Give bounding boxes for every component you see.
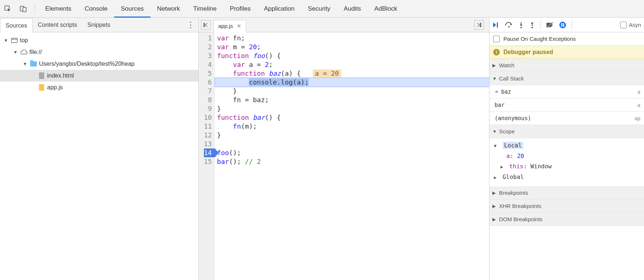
deactivate-breakpoints-icon[interactable] bbox=[546, 22, 554, 28]
line-gutter: 123456789101112131415 bbox=[199, 32, 215, 280]
code-line[interactable]: function foo() { bbox=[215, 51, 489, 60]
step-out-icon[interactable] bbox=[529, 21, 535, 29]
navigator-subtabs: SourcesContent scriptsSnippets ⋮ bbox=[0, 18, 198, 32]
code-line[interactable]: foo(); bbox=[215, 148, 489, 157]
tab-application[interactable]: Application bbox=[257, 0, 301, 18]
section-callstack[interactable]: ▼ Call Stack bbox=[489, 72, 644, 85]
code-line[interactable]: bar(); // 2 bbox=[215, 157, 489, 166]
async-label: Asyn bbox=[629, 22, 641, 28]
global-label: Global bbox=[503, 173, 524, 180]
tab-timeline[interactable]: Timeline bbox=[187, 0, 223, 18]
scope-global[interactable]: ▶ Global bbox=[494, 172, 642, 183]
scope-this[interactable]: ▶ this: Window bbox=[494, 161, 642, 172]
code-line[interactable]: console.log(a); bbox=[215, 78, 489, 87]
tab-sources[interactable]: Sources bbox=[114, 0, 150, 18]
code-line[interactable]: function bar() { bbox=[215, 113, 489, 122]
file-tab[interactable]: app.js ✕ bbox=[213, 20, 246, 32]
subtab-sources[interactable]: Sources bbox=[0, 18, 33, 33]
callstack-frame[interactable]: (anonymous)ap bbox=[489, 112, 644, 125]
pause-exceptions-icon[interactable] bbox=[559, 21, 566, 29]
subtab-content-scripts[interactable]: Content scripts bbox=[33, 18, 82, 32]
code-editor[interactable]: 123456789101112131415 var fn;var m = 20;… bbox=[199, 32, 489, 280]
scope-local[interactable]: ▼ Local bbox=[494, 140, 642, 151]
inspect-icon[interactable] bbox=[1, 3, 14, 15]
scope-body: ▼ Local a: 20 ▶ this: Window ▶ Global bbox=[489, 138, 644, 186]
tree-folder[interactable]: ▼ Users/yangbo/Desktop/test%20heap bbox=[0, 58, 198, 70]
tab-profiles[interactable]: Profiles bbox=[223, 0, 258, 18]
code-line[interactable]: } bbox=[215, 131, 489, 140]
async-checkbox[interactable]: Asyn bbox=[620, 22, 641, 28]
nav-right-icon[interactable] bbox=[474, 20, 484, 30]
chevron-down-icon: ▼ bbox=[492, 129, 498, 134]
info-icon: i bbox=[493, 49, 500, 55]
section-scope[interactable]: ▼ Scope bbox=[489, 125, 644, 138]
tree-folder-label: Users/yangbo/Desktop/test%20heap bbox=[39, 61, 135, 67]
code-line[interactable]: function baz(a) { a = 20 bbox=[215, 69, 489, 78]
file-icon bbox=[38, 84, 46, 91]
svg-rect-5 bbox=[204, 23, 205, 27]
editor-pane: app.js ✕ 123456789101112131415 var fn;va… bbox=[199, 18, 489, 280]
tree-file[interactable]: app.js bbox=[0, 82, 198, 93]
dom-label: DOM Breakpoints bbox=[499, 216, 542, 222]
tree-top[interactable]: ▼ top bbox=[0, 35, 198, 46]
section-xhr-breakpoints[interactable]: ▶ XHR Breakpoints bbox=[489, 200, 644, 213]
tab-security[interactable]: Security bbox=[301, 0, 337, 18]
step-over-icon[interactable] bbox=[505, 22, 513, 28]
scope-variable[interactable]: a: 20 bbox=[506, 151, 642, 161]
breakpoints-label: Breakpoints bbox=[499, 190, 528, 196]
inline-value: a = 20 bbox=[313, 69, 341, 77]
tab-console[interactable]: Console bbox=[78, 0, 114, 18]
pause-caught-label: Pause On Caught Exceptions bbox=[503, 36, 576, 42]
code-line[interactable]: var m = 20; bbox=[215, 43, 489, 51]
callstack-frame[interactable]: baza bbox=[489, 85, 644, 98]
code-line[interactable] bbox=[215, 140, 489, 148]
svg-point-15 bbox=[559, 22, 566, 28]
chevron-right-icon: ▶ bbox=[492, 217, 498, 222]
code-line[interactable]: var a = 2; bbox=[215, 60, 489, 69]
svg-rect-3 bbox=[11, 38, 17, 43]
navigator-pane: SourcesContent scriptsSnippets ⋮ ▼ top ▼… bbox=[0, 18, 199, 280]
xhr-label: XHR Breakpoints bbox=[499, 203, 541, 209]
debugger-banner: i Debugger paused bbox=[489, 46, 644, 59]
code-line[interactable]: var fn; bbox=[215, 34, 489, 43]
device-icon[interactable] bbox=[17, 3, 29, 15]
code-line[interactable]: } bbox=[215, 104, 489, 113]
separator bbox=[35, 4, 35, 14]
tab-network[interactable]: Network bbox=[151, 0, 187, 18]
frame-source: a bbox=[637, 102, 640, 108]
tree-file[interactable]: index.html bbox=[0, 70, 198, 82]
callstack-frame[interactable]: bara bbox=[489, 98, 644, 112]
code-line[interactable]: fn(m); bbox=[215, 122, 489, 131]
code-line[interactable]: fn = baz; bbox=[215, 96, 489, 104]
code-body: var fn;var m = 20;function foo() { var a… bbox=[215, 32, 489, 280]
section-dom-breakpoints[interactable]: ▶ DOM Breakpoints bbox=[489, 213, 644, 226]
subtab-snippets[interactable]: Snippets bbox=[82, 18, 115, 32]
separator bbox=[572, 21, 572, 29]
pause-caught-checkbox[interactable]: Pause On Caught Exceptions bbox=[489, 32, 644, 46]
folder-icon bbox=[29, 61, 38, 67]
file-icon bbox=[38, 72, 46, 79]
tree-scheme[interactable]: ▼ file:// bbox=[0, 46, 198, 58]
chevron-down-icon: ▼ bbox=[494, 141, 499, 151]
tab-elements[interactable]: Elements bbox=[39, 0, 78, 18]
chevron-down-icon: ▼ bbox=[13, 50, 18, 55]
frame-name: (anonymous) bbox=[495, 115, 531, 122]
section-watch[interactable]: ▶ Watch bbox=[489, 59, 644, 72]
nav-left-icon[interactable] bbox=[201, 20, 210, 30]
tab-audits[interactable]: Audits bbox=[337, 0, 368, 18]
code-line[interactable]: } bbox=[215, 87, 489, 96]
frame-source: a bbox=[637, 89, 640, 95]
cloud-icon bbox=[20, 50, 28, 55]
section-breakpoints[interactable]: ▶ Breakpoints bbox=[489, 186, 644, 200]
this-label: this bbox=[509, 163, 524, 170]
this-value: Window bbox=[530, 163, 552, 170]
frame-name: baz bbox=[495, 89, 511, 95]
file-label: app.js bbox=[47, 84, 63, 91]
step-into-icon[interactable] bbox=[518, 21, 524, 29]
frame-source: ap bbox=[634, 115, 640, 121]
more-icon[interactable]: ⋮ bbox=[187, 20, 195, 30]
resume-icon[interactable] bbox=[492, 22, 500, 28]
tab-adblock[interactable]: AdBlock bbox=[368, 0, 404, 18]
svg-rect-2 bbox=[23, 7, 26, 12]
close-icon[interactable]: ✕ bbox=[237, 23, 241, 29]
